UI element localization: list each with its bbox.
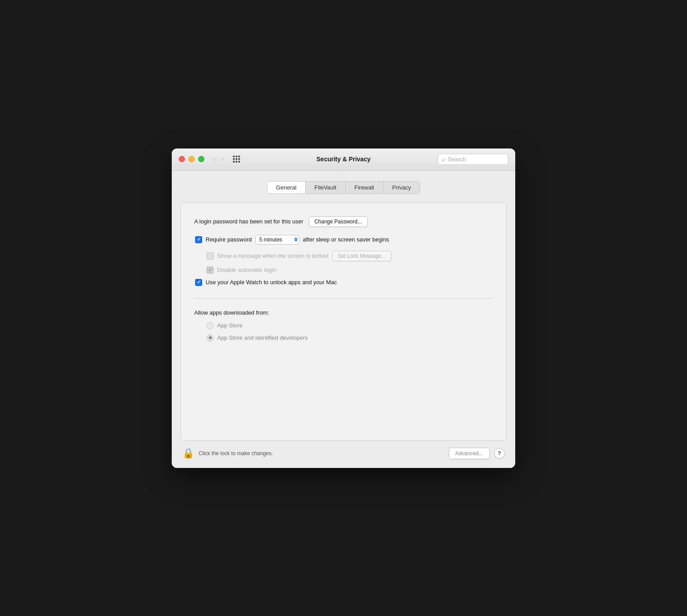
require-password-label: Require password (206, 236, 252, 243)
disable-autologin-checkbox[interactable] (207, 267, 214, 274)
lock-icon[interactable]: 🔒 (182, 449, 194, 458)
grid-icon[interactable] (233, 156, 240, 163)
password-label: A login password has been set for this u… (194, 218, 303, 225)
tab-group: General FileVault Firewall Privacy (267, 181, 420, 194)
appstore-radio[interactable] (207, 322, 214, 329)
require-password-checkbox[interactable] (195, 236, 202, 243)
show-message-row: Show a message when the screen is locked… (207, 251, 493, 261)
apple-watch-row: Use your Apple Watch to unlock apps and … (195, 279, 493, 286)
show-message-label: Show a message when the screen is locked (217, 252, 329, 259)
allow-apps-label: Allow apps downloaded from: (194, 309, 493, 316)
require-password-suffix: after sleep or screen saver begins (303, 236, 389, 243)
forward-button[interactable]: › (220, 155, 225, 163)
tab-filevault[interactable]: FileVault (306, 182, 346, 193)
password-delay-dropdown-wrapper: immediately 5 seconds 1 minute 5 minutes… (255, 235, 299, 245)
tab-firewall[interactable]: Firewall (346, 182, 384, 193)
section-divider (194, 298, 493, 299)
security-section: A login password has been set for this u… (194, 216, 493, 286)
password-row: A login password has been set for this u… (194, 216, 493, 227)
tab-general[interactable]: General (267, 182, 306, 193)
search-icon: ⌕ (442, 156, 445, 163)
require-password-row: Require password immediately 5 seconds 1… (195, 235, 493, 245)
content-area: General FileVault Firewall Privacy A log… (172, 171, 515, 468)
set-lock-message-button[interactable]: Set Lock Message... (332, 251, 392, 261)
back-button[interactable]: ‹ (211, 155, 217, 163)
search-input[interactable] (448, 156, 501, 163)
tab-bar: General FileVault Firewall Privacy (181, 181, 506, 194)
show-message-checkbox[interactable] (207, 252, 214, 260)
system-preferences-window: ‹ › Security & Privacy ⌕ General FileVau… (172, 148, 515, 468)
main-panel: A login password has been set for this u… (181, 203, 506, 441)
appstore-identified-radio[interactable] (207, 334, 214, 341)
window-title: Security & Privacy (317, 156, 371, 163)
disable-autologin-row: Disable automatic login (207, 267, 493, 274)
change-password-button[interactable]: Change Password... (309, 216, 368, 227)
apps-section: Allow apps downloaded from: App Store Ap… (194, 309, 493, 341)
apple-watch-label: Use your Apple Watch to unlock apps and … (206, 279, 337, 286)
close-button[interactable] (179, 156, 185, 162)
bottom-bar: 🔒 Click the lock to make changes. Advanc… (181, 448, 506, 459)
search-box[interactable]: ⌕ (438, 154, 508, 165)
apple-watch-checkbox[interactable] (195, 279, 202, 286)
help-button[interactable]: ? (494, 448, 505, 459)
lock-text: Click the lock to make changes. (199, 450, 444, 456)
tab-privacy[interactable]: Privacy (384, 182, 420, 193)
appstore-identified-radio-row: App Store and identified developers (207, 334, 493, 341)
appstore-label: App Store (217, 322, 243, 329)
disable-autologin-label: Disable automatic login (217, 267, 276, 273)
appstore-radio-row: App Store (207, 322, 493, 329)
appstore-identified-label: App Store and identified developers (217, 334, 308, 341)
nav-buttons: ‹ › (211, 155, 226, 163)
password-delay-dropdown[interactable]: immediately 5 seconds 1 minute 5 minutes… (255, 235, 299, 245)
minimize-button[interactable] (188, 156, 195, 162)
titlebar: ‹ › Security & Privacy ⌕ (172, 148, 515, 171)
zoom-button[interactable] (198, 156, 204, 162)
advanced-button[interactable]: Advanced... (449, 448, 490, 459)
traffic-lights (179, 156, 204, 162)
